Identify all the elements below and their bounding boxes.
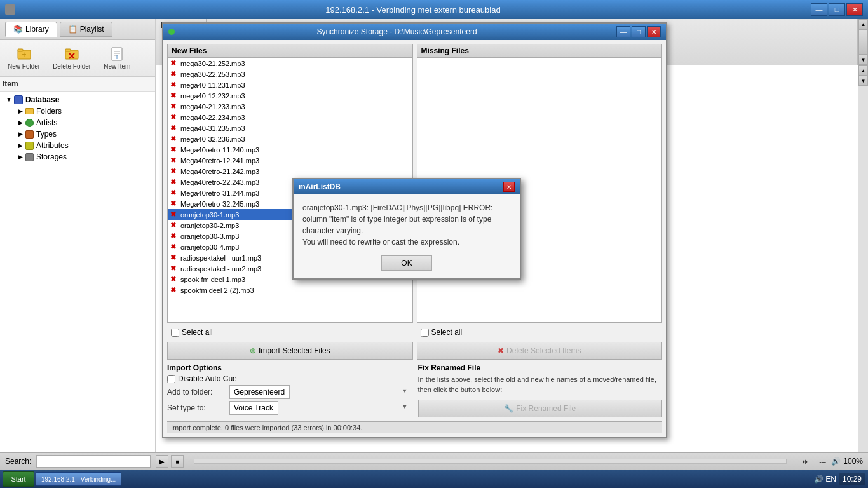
expand-folders-icon: ▶: [17, 107, 24, 115]
new-item-button[interactable]: + New Item: [98, 44, 135, 72]
select-all-right-label: Select all: [431, 328, 463, 337]
file-list-item[interactable]: ✖mega30-21.252.mp3: [168, 58, 412, 69]
select-all-right-checkbox[interactable]: [421, 329, 429, 337]
file-x-icon: ✖: [170, 243, 178, 251]
file-list-item[interactable]: ✖mega40-31.235.mp3: [168, 123, 412, 133]
disable-auto-cue-label[interactable]: Disable Auto Cue: [167, 374, 412, 383]
file-name-text: Mega40retro-32.245.mp3: [180, 200, 259, 208]
file-list-item[interactable]: ✖spookfm deel 2 (2).mp3: [168, 285, 412, 295]
delete-selected-button[interactable]: ✖ Delete Selected Items: [417, 342, 663, 360]
file-list-item[interactable]: ✖mega30-22.253.mp3: [168, 69, 412, 79]
expand-storages-icon: ▶: [17, 153, 24, 161]
file-name-text: mega40-31.235.mp3: [180, 125, 245, 132]
sync-dialog-controls: — □ ✕: [616, 26, 661, 37]
file-list-item[interactable]: ✖mega40-32.236.mp3: [168, 133, 412, 144]
file-name-text: spook fm deel 1.mp3: [180, 276, 245, 283]
tree-item-attributes[interactable]: ▶ Attributes: [3, 140, 153, 151]
folders-label: Folders: [36, 107, 150, 116]
import-icon: ⊕: [250, 346, 256, 355]
database-icon: [14, 95, 23, 104]
error-body: oranjetop30-1.mp3: [FireDAC][Phys][PG][l…: [294, 194, 520, 278]
file-x-icon: ✖: [170, 221, 178, 229]
file-name-text: radiospektakel - uur1.mp3: [180, 254, 261, 262]
sync-maximize-button[interactable]: □: [632, 26, 646, 37]
table-scroll-down[interactable]: ▼: [858, 76, 868, 86]
tree-item-storages[interactable]: ▶ Storages: [3, 151, 153, 163]
tab-playlist[interactable]: 📋 Playlist: [60, 22, 112, 37]
new-folder-button[interactable]: + New Folder: [3, 44, 45, 72]
taskbar-app-item[interactable]: 192.168.2.1 - Verbinding...: [36, 472, 121, 486]
expand-artists-icon: ▶: [17, 119, 24, 126]
add-to-folder-select[interactable]: Gepresenteerd: [229, 385, 290, 399]
file-x-icon: ✖: [170, 189, 178, 197]
file-list-item[interactable]: ✖mega40-11.231.mp3: [168, 79, 412, 90]
artists-label: Artists: [36, 118, 150, 127]
import-selected-button[interactable]: ⊕ Import Selected Files: [167, 342, 413, 360]
file-list-item[interactable]: ✖Mega40retro-21.242.mp3: [168, 166, 412, 177]
maximize-button[interactable]: □: [829, 3, 845, 16]
tree-item-artists[interactable]: ▶ Artists: [3, 117, 153, 128]
error-title-text: mAirListDB: [299, 182, 341, 191]
tab-bar: 📚 Library 📋 Playlist: [0, 19, 155, 40]
fix-icon: 🔧: [504, 404, 513, 413]
tab-library[interactable]: 📚 Library: [5, 22, 57, 37]
close-button[interactable]: ✕: [846, 3, 863, 16]
delete-folder-label: Delete Folder: [53, 63, 91, 70]
tree-item-database[interactable]: ▼ Database: [3, 94, 153, 105]
error-ok-button[interactable]: OK: [381, 255, 432, 271]
new-folder-label: New Folder: [8, 63, 40, 70]
main-scroll: ▲ ▼: [858, 19, 868, 65]
file-list-item[interactable]: ✖mega40-21.233.mp3: [168, 101, 412, 112]
file-name-text: mega40-22.234.mp3: [180, 114, 245, 121]
error-close-button[interactable]: ✕: [503, 182, 515, 192]
table-scroll-up[interactable]: ▲: [858, 65, 868, 76]
scroll-up-arrow[interactable]: ▲: [858, 19, 868, 29]
storages-icon: [25, 153, 34, 161]
file-list-item[interactable]: ✖mega40-12.232.mp3: [168, 90, 412, 101]
bottom-actions: ⊕ Import Selected Files ✖ Delete Selecte…: [167, 342, 662, 360]
search-label: Search:: [5, 457, 31, 466]
options-row: Import Options Disable Auto Cue Add to f…: [167, 363, 662, 417]
scroll-down-arrow[interactable]: ▼: [858, 55, 868, 65]
set-type-select[interactable]: Voice Track Music Jingle Promo: [229, 401, 278, 415]
file-list-item[interactable]: ✖Mega40retro-11.240.mp3: [168, 144, 412, 155]
taskbar: Start 192.168.2.1 - Verbinding... 🔊 EN 1…: [0, 470, 868, 488]
scroll-thumb[interactable]: [858, 29, 868, 55]
delete-folder-icon: [64, 46, 79, 62]
tree-item-types[interactable]: ▶ Types: [3, 128, 153, 140]
select-all-left-checkbox[interactable]: [171, 329, 179, 337]
file-x-icon: ✖: [170, 113, 178, 121]
tree-item-folders[interactable]: ▶ Folders: [3, 105, 153, 117]
app-icon: [5, 4, 15, 15]
file-x-icon: ✖: [170, 286, 178, 294]
stop-button[interactable]: ■: [171, 455, 184, 468]
disable-auto-cue-checkbox[interactable]: [167, 375, 175, 383]
select-all-left: Select all: [167, 327, 413, 338]
file-name-text: Mega40retro-22.243.mp3: [180, 179, 259, 186]
start-button[interactable]: Start: [3, 471, 34, 487]
database-label: Database: [25, 95, 150, 104]
play-button[interactable]: ▶: [156, 455, 168, 468]
disable-auto-cue-text: Disable Auto Cue: [178, 374, 237, 383]
select-all-right: Select all: [417, 327, 663, 338]
fix-renamed-button[interactable]: 🔧 Fix Renamed File: [418, 400, 663, 417]
file-list-item[interactable]: ✖mega40-22.234.mp3: [168, 112, 412, 123]
title-controls: — □ ✕: [811, 3, 863, 16]
sync-close-button[interactable]: ✕: [647, 26, 661, 37]
error-ok-row: OK: [302, 255, 511, 271]
add-to-folder-select-wrapper: Gepresenteerd: [229, 385, 412, 399]
new-folder-icon: +: [17, 46, 32, 62]
search-input[interactable]: [36, 455, 151, 468]
file-list-item[interactable]: ✖Mega40retro-12.241.mp3: [168, 155, 412, 166]
sync-dialog-title: Synchronize Storage - D:\Music\Gepresent…: [316, 27, 477, 36]
file-x-icon: ✖: [170, 264, 178, 273]
minimize-button[interactable]: —: [811, 3, 827, 16]
delete-btn-label: Delete Selected Items: [506, 346, 581, 355]
select-all-left-label: Select all: [182, 328, 213, 337]
playlist-label: Playlist: [80, 25, 104, 34]
sync-minimize-button[interactable]: —: [616, 26, 630, 37]
file-name-text: oranjetop30-3.mp3: [180, 233, 239, 240]
file-x-icon: ✖: [170, 167, 178, 175]
fix-renamed-panel: Fix Renamed File In the lists above, sel…: [416, 363, 663, 417]
delete-folder-button[interactable]: Delete Folder: [48, 44, 96, 72]
